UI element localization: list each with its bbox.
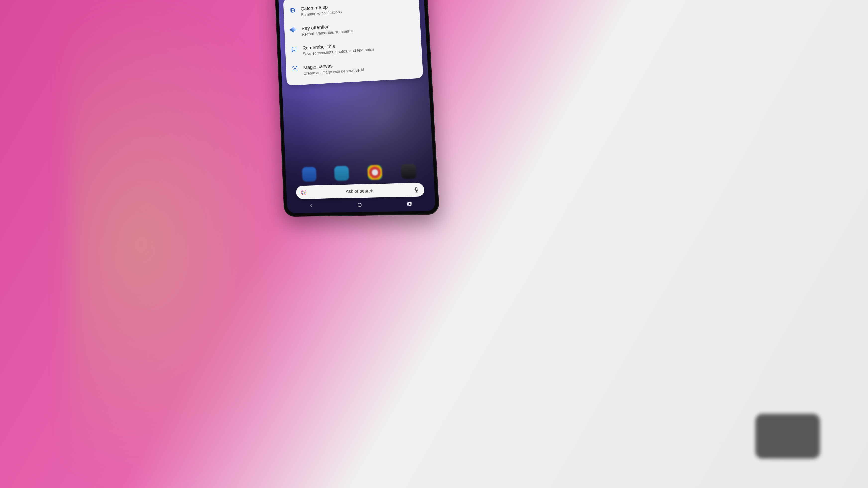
dock-app-messages[interactable] bbox=[334, 166, 349, 181]
phone-frame: Catch me up Summarize notifications Pay … bbox=[275, 0, 440, 217]
assistant-logo-icon bbox=[300, 189, 307, 196]
nav-recents-icon[interactable] bbox=[406, 201, 413, 207]
svg-rect-4 bbox=[292, 28, 293, 32]
svg-point-12 bbox=[303, 192, 304, 193]
nav-home-icon[interactable] bbox=[356, 202, 363, 208]
catchup-icon bbox=[289, 7, 296, 14]
svg-line-19 bbox=[412, 202, 412, 205]
svg-rect-6 bbox=[294, 28, 294, 31]
nav-back-icon[interactable] bbox=[308, 203, 315, 209]
svg-rect-18 bbox=[409, 203, 411, 206]
svg-point-11 bbox=[302, 191, 305, 194]
svg-point-9 bbox=[294, 68, 295, 68]
svg-rect-3 bbox=[291, 28, 292, 31]
svg-point-16 bbox=[358, 203, 361, 207]
dock-app-phone[interactable] bbox=[302, 167, 316, 182]
phone-screen: Catch me up Summarize notifications Pay … bbox=[278, 0, 436, 214]
svg-rect-2 bbox=[290, 29, 291, 31]
background-object bbox=[755, 414, 820, 459]
remember-icon bbox=[291, 46, 298, 53]
dock-app-camera[interactable] bbox=[401, 164, 416, 179]
hand-background bbox=[69, 0, 309, 488]
mic-icon[interactable] bbox=[414, 187, 420, 193]
svg-rect-5 bbox=[293, 27, 293, 32]
attention-icon bbox=[290, 27, 297, 33]
svg-rect-8 bbox=[296, 29, 297, 30]
canvas-icon bbox=[292, 66, 299, 72]
app-dock bbox=[293, 162, 426, 183]
dock-app-chrome[interactable] bbox=[367, 165, 382, 180]
assistant-suggestions-card: Catch me up Summarize notifications Pay … bbox=[283, 0, 423, 86]
svg-rect-13 bbox=[415, 187, 417, 191]
svg-rect-7 bbox=[295, 29, 296, 31]
assistant-search-placeholder: Ask or search bbox=[310, 187, 410, 195]
assistant-search-bar[interactable]: Ask or search bbox=[296, 183, 425, 199]
